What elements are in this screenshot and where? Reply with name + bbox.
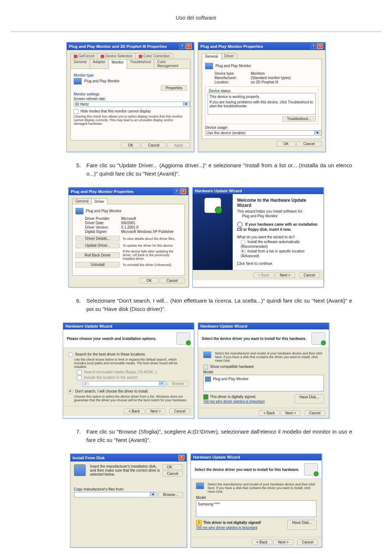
tab-geforce3[interactable]: GeForce3 [70,53,98,59]
model-list[interactable]: Samsung **** [196,500,317,517]
troubleshoot-button[interactable]: Troubleshoot... [282,116,316,122]
wizard-welcome-title: Welcome to the Hardware Update Wizard [237,198,319,208]
tab-general[interactable]: General [202,53,221,59]
device-usage-select[interactable]: Use this device (enable) [205,130,321,136]
cancel-button[interactable]: Cancel [160,278,185,283]
radio-from-list[interactable] [241,249,245,254]
device-header: Plug and Play Monitor [86,209,122,213]
browse-button[interactable]: Browse... [158,492,183,497]
radio-dont-search[interactable] [68,389,73,394]
monitor-icon [74,78,82,85]
close-icon[interactable]: × [317,44,323,49]
cancel-button[interactable]: Cancel [305,410,325,416]
kv-type-k: Device type: [215,71,251,75]
back-button[interactable]: < Back [252,539,272,545]
have-disk-button[interactable]: Have Disk... [295,394,324,403]
group-monitor-settings: Monitor settings [74,92,187,96]
cancel-button[interactable]: Cancel [141,143,166,148]
apply-button[interactable]: Apply [167,143,190,148]
wizard-device: Plug and Play Monitor [242,214,319,218]
tab-device-selection[interactable]: Device Selection [97,53,135,59]
copy-from-select[interactable] [74,492,157,497]
tab-adapter[interactable]: Adapter [90,59,109,69]
driver-details-button[interactable]: Driver Details... [75,236,120,241]
cancel-button[interactable]: Cancel [297,141,322,147]
tab-driver[interactable]: Driver [221,53,237,59]
why-signing-link[interactable]: Tell me why driver signing is important [196,526,257,530]
cancel-button[interactable]: Cancel [170,409,190,414]
properties-button[interactable]: Properties [161,85,187,91]
hide-modes-checkbox[interactable] [74,109,78,114]
tab-general[interactable]: General [70,59,90,69]
ok-button[interactable]: OK [121,143,140,148]
group-monitor-type: Monitor type [74,73,187,77]
wizard-head-icon [311,332,325,345]
help-icon[interactable]: ? [311,44,317,49]
tab-color-mgmt[interactable]: Color Management [154,59,191,69]
step-text: Selezionare "Don't search, I will... (No… [86,297,352,313]
page-header: Uso del software [11,15,381,21]
radio-search-label: Search for the best driver in these loca… [75,352,146,356]
titlebar: Hardware Update Wizard [193,188,323,194]
monitor-icon [203,352,211,358]
tab-color-correction[interactable]: Color Correction [135,53,173,59]
rollback-driver-button[interactable]: Roll Back Driver [75,253,120,258]
not-signed-text: This driver is not digitally signed! [203,521,261,525]
monitor-icon [196,483,204,489]
update-driver-button[interactable]: Update Driver... [75,243,120,248]
cd-icon [237,222,243,227]
step-number: 7. [76,428,86,444]
wizard-head-text: Please choose your search and installati… [67,337,156,341]
close-icon[interactable]: × [186,44,192,49]
have-disk-button[interactable]: Have Disk... [287,520,317,530]
hide-modes-label: Hide modes that this monitor cannot disp… [81,109,151,113]
model-list[interactable]: Plug and Play Monitor [203,375,324,391]
tab-driver[interactable]: Driver [91,198,108,204]
ok-button[interactable]: OK [140,278,159,283]
cancel-button[interactable]: Cancel [162,471,183,476]
next-button[interactable]: Next > [281,410,301,416]
why-signing-link[interactable]: Tell me why driver signing is important [203,399,265,403]
signed-text: This driver is digitally signed. [210,395,256,399]
tab-general[interactable]: General [72,198,92,204]
hide-modes-hint: Clearing this check box allows you to se… [74,115,187,126]
uninstall-button[interactable]: Uninstall [75,262,120,267]
kv-version-v: 5.1.2001.0 [121,225,181,229]
kv-provider-v: Microsoft [121,217,181,221]
cancel-button[interactable]: Cancel [299,272,320,278]
next-button[interactable]: Next > [146,409,166,414]
device-status-label: Device status [208,89,232,93]
show-compatible-label: Show compatible hardware [210,365,254,369]
show-compatible-checkbox[interactable] [203,365,208,369]
help-icon[interactable]: ? [174,189,180,194]
radio-auto[interactable] [241,240,245,245]
next-button[interactable]: Next > [273,539,293,545]
help-icon[interactable]: ? [179,44,185,49]
back-button[interactable]: < Back [253,272,274,278]
next-button[interactable]: Next > [275,272,295,278]
title-text: Hardware Update Wizard [200,324,248,328]
model-item: Samsung **** [198,502,220,506]
kv-signer-k: Digital Signer: [85,230,121,234]
dlg-monitor-3dprophet-properties: Plug and Play Monitor and 3D Prophet III… [66,42,194,152]
radio-search-hint: Use the check boxes below to limit or ex… [74,358,189,369]
ok-button[interactable]: OK [162,464,183,470]
close-icon[interactable]: × [179,455,184,460]
back-button[interactable]: < Back [259,410,279,416]
monitor-icon [205,63,213,69]
kv-type-v: Monitors [251,71,318,75]
refresh-rate-select[interactable]: 60 Hertz [74,102,190,107]
wizard-question: What do you want the wizard to do? [237,235,319,239]
tab-troubleshoot[interactable]: Troubleshoot [127,59,154,69]
back-button[interactable]: < Back [124,409,144,414]
step-text: Fare clic su "Update Driver... (Aggiorna… [86,161,352,178]
titlebar: Hardware Update Wizard [63,323,194,329]
close-icon[interactable]: × [180,189,186,194]
radio-search[interactable] [68,352,73,357]
ok-button[interactable]: OK [277,141,295,147]
header-rule [11,32,381,32]
cancel-button[interactable]: Cancel [297,539,318,545]
tab-monitor[interactable]: Monitor [109,59,127,69]
dlg-hardware-update-wizard-welcome: Hardware Update Wizard Welcome to the Ha… [192,187,324,287]
wizard-icon [204,198,221,213]
